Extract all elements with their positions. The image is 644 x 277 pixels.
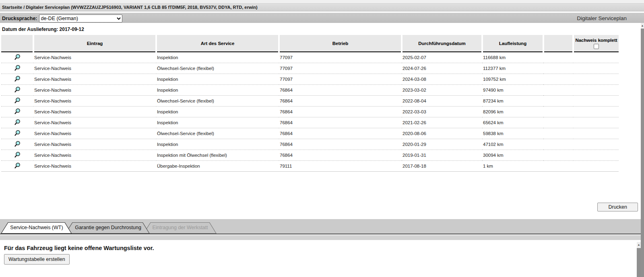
table-row: Service-Nachweis Inspektion 77097 2025-0… bbox=[1, 52, 619, 63]
cell-empty bbox=[543, 95, 573, 106]
top-strip bbox=[0, 0, 644, 4]
cell-date: 2024-07-26 bbox=[402, 63, 482, 74]
column-header-date: Durchführungsdatum bbox=[402, 35, 482, 52]
magnifier-icon[interactable] bbox=[14, 65, 21, 71]
cell-dealer: 76864 bbox=[279, 106, 402, 117]
cell-dealer: 77097 bbox=[279, 63, 402, 74]
cell-empty bbox=[543, 160, 573, 171]
cell-entry: Service-Nachweis bbox=[33, 160, 156, 171]
panel-scrollbar-thumb[interactable] bbox=[637, 248, 641, 277]
table-row: Service-Nachweis Ölwechsel-Service (flex… bbox=[1, 95, 619, 106]
magnifier-icon[interactable] bbox=[14, 152, 21, 158]
cell-mileage: 30094 km bbox=[482, 150, 543, 160]
magnifier-icon[interactable] bbox=[14, 130, 21, 136]
cell-proof-complete bbox=[573, 139, 619, 150]
cell-mileage: 97490 km bbox=[482, 84, 543, 95]
cell-service-type: Ölwechsel-Service (flexibel) bbox=[156, 95, 279, 106]
cell-entry: Service-Nachweis bbox=[33, 150, 156, 160]
cell-dealer: 76864 bbox=[279, 117, 402, 128]
magnifier-icon[interactable] bbox=[14, 162, 21, 169]
no-maintenance-list-message: Für das Fahrzeug liegt keine offene Wart… bbox=[4, 245, 644, 251]
cell-proof-complete bbox=[573, 106, 619, 117]
cell-service-type: Inspektion bbox=[156, 106, 279, 117]
table-row: Service-Nachweis Inspektion 76864 2023-0… bbox=[1, 84, 619, 95]
cell-empty bbox=[543, 74, 573, 84]
magnifier-icon[interactable] bbox=[14, 108, 21, 115]
cell-dealer: 79111 bbox=[279, 160, 402, 171]
magnifier-icon[interactable] bbox=[14, 54, 21, 60]
proof-complete-checkbox[interactable] bbox=[594, 44, 599, 49]
cell-date: 2022-08-04 bbox=[402, 95, 482, 106]
column-header-proof-complete: Nachweis komplett bbox=[573, 35, 619, 52]
cell-date: 2017-08-18 bbox=[402, 160, 482, 171]
print-toolbar: Drucksprache: de-DE (German) Digitaler S… bbox=[0, 13, 644, 23]
magnifier-icon[interactable] bbox=[14, 141, 21, 147]
table-row: Service-Nachweis Inspektion 77097 2024-0… bbox=[1, 74, 619, 84]
print-language-select[interactable]: de-DE (German) bbox=[39, 14, 122, 23]
service-records-table: Eintrag Art des Service Betrieb Durchfüh… bbox=[1, 35, 619, 172]
cell-empty bbox=[543, 117, 573, 128]
main-scrollbar-thumb[interactable] bbox=[641, 29, 644, 277]
create-maintenance-table-button[interactable]: Wartungstabelle erstellen bbox=[4, 254, 70, 265]
magnifier-icon[interactable] bbox=[14, 97, 21, 104]
magnifier-icon[interactable] bbox=[14, 76, 21, 82]
column-header-service-type: Art des Service bbox=[156, 35, 279, 52]
cell-mileage: 87234 km bbox=[482, 95, 543, 106]
cell-entry: Service-Nachweis bbox=[33, 63, 156, 74]
cell-empty bbox=[543, 52, 573, 63]
proof-complete-label: Nachweis komplett bbox=[575, 38, 617, 43]
cell-dealer: 76864 bbox=[279, 128, 402, 139]
digital-service-plan-page: Startseite / Digitaler Serviceplan (WVWZ… bbox=[0, 0, 644, 277]
cell-date: 2024-03-08 bbox=[402, 74, 482, 84]
cell-service-type: Inspektion bbox=[156, 74, 279, 84]
tab-garantie-gegen-durchrostung[interactable]: Garantie gegen Durchrostung bbox=[73, 222, 143, 234]
cell-mileage: 82096 km bbox=[482, 106, 543, 117]
cell-service-type: Ölwechsel-Service (flexibel) bbox=[156, 63, 279, 74]
table-row: Service-Nachweis Ölwechsel-Service (flex… bbox=[1, 128, 619, 139]
cell-mileage: 47102 km bbox=[482, 139, 543, 150]
scroll-up-icon[interactable]: ▲ bbox=[637, 242, 641, 247]
cell-empty bbox=[543, 150, 573, 160]
cell-date: 2022-03-03 bbox=[402, 106, 482, 117]
cell-proof-complete bbox=[573, 150, 619, 160]
magnifier-icon[interactable] bbox=[14, 119, 21, 125]
main-scrollbar[interactable]: ▲ bbox=[641, 23, 644, 277]
cell-entry: Service-Nachweis bbox=[33, 139, 156, 150]
magnifier-icon[interactable] bbox=[14, 86, 21, 93]
cell-service-type: Ölwechsel-Service (flexibel) bbox=[156, 128, 279, 139]
cell-service-type: Inspektion bbox=[156, 139, 279, 150]
cell-service-type: Übergabe-Inspektion bbox=[156, 160, 279, 171]
cell-entry: Service-Nachweis bbox=[33, 95, 156, 106]
print-button[interactable]: Drucken bbox=[597, 203, 638, 211]
tab-eintragung-der-werkstatt: Eintragung der Werkstatt bbox=[151, 222, 210, 234]
panel-scrollbar[interactable]: ▲ bbox=[637, 242, 641, 277]
cell-entry: Service-Nachweis bbox=[33, 128, 156, 139]
column-header-mileage: Laufleistung bbox=[482, 35, 543, 52]
cell-date: 2020-01-29 bbox=[402, 139, 482, 150]
cell-mileage: 116688 km bbox=[482, 52, 543, 63]
scroll-up-icon[interactable]: ▲ bbox=[641, 23, 644, 28]
column-header-empty bbox=[543, 35, 573, 52]
panel-gap bbox=[0, 235, 644, 240]
print-language-label: Drucksprache: bbox=[0, 16, 37, 21]
cell-service-type: Inspektion mit Ölwechsel (flexibel) bbox=[156, 150, 279, 160]
tab-service-nachweis-wt[interactable]: Service-Nachweis (WT) bbox=[8, 222, 65, 234]
cell-empty bbox=[543, 84, 573, 95]
cell-empty bbox=[543, 63, 573, 74]
cell-dealer: 77097 bbox=[279, 74, 402, 84]
cell-entry: Service-Nachweis bbox=[33, 117, 156, 128]
cell-mileage: 109752 km bbox=[482, 74, 543, 84]
table-header-row: Eintrag Art des Service Betrieb Durchfüh… bbox=[1, 35, 619, 52]
cell-proof-complete bbox=[573, 160, 619, 171]
cell-proof-complete bbox=[573, 95, 619, 106]
column-header-icon bbox=[1, 35, 33, 52]
cell-date: 2023-03-02 bbox=[402, 84, 482, 95]
breadcrumb: Startseite / Digitaler Serviceplan (WVWZ… bbox=[0, 4, 644, 11]
app-title: Digitaler Serviceplan bbox=[577, 15, 644, 21]
cell-date: 2021-02-26 bbox=[402, 117, 482, 128]
cell-service-type: Inspektion bbox=[156, 52, 279, 63]
cell-dealer: 77097 bbox=[279, 52, 402, 63]
service-records-section: Datum der Auslieferung:2017-09-12 Eintra… bbox=[0, 23, 644, 219]
cell-proof-complete bbox=[573, 84, 619, 95]
cell-proof-complete bbox=[573, 117, 619, 128]
